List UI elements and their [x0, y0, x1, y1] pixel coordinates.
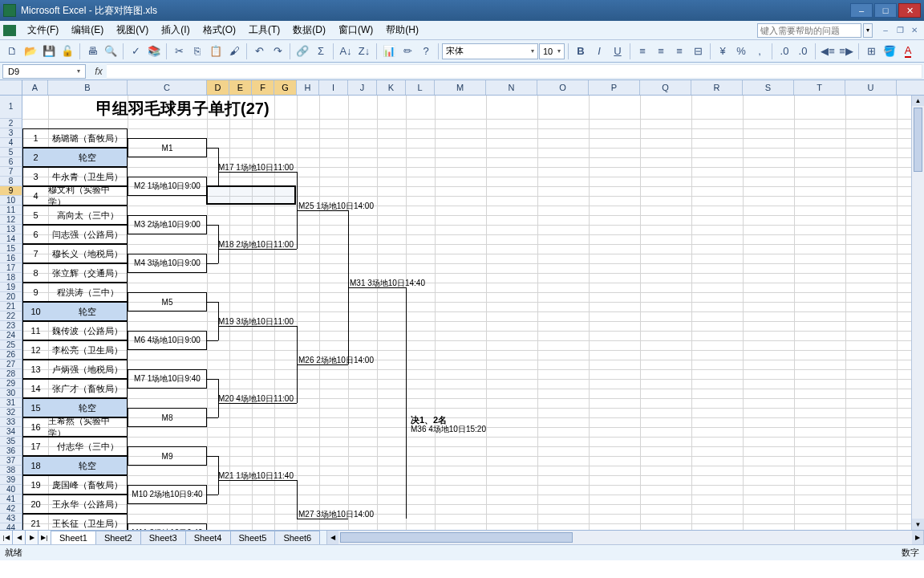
- match-r1[interactable]: M7 1场地10日9:40: [128, 369, 207, 389]
- bold-button[interactable]: B: [572, 43, 590, 60]
- player-cell[interactable]: 轮空: [48, 302, 128, 321]
- row-header-17[interactable]: 17: [0, 263, 22, 273]
- col-header-C[interactable]: C: [128, 80, 207, 95]
- player-cell[interactable]: 穆长义（地税局）: [48, 244, 128, 263]
- seed-cell[interactable]: 16: [22, 417, 48, 437]
- print-preview-button[interactable]: 🔍: [102, 43, 120, 60]
- match-r1[interactable]: M3 2场地10日9:00: [128, 215, 207, 234]
- seed-cell[interactable]: 19: [22, 475, 48, 495]
- seed-cell[interactable]: 18: [22, 456, 48, 475]
- format-painter-button[interactable]: 🖌: [225, 43, 243, 60]
- col-header-E[interactable]: E: [229, 80, 252, 95]
- align-right-button[interactable]: ≡: [671, 43, 688, 60]
- seed-cell[interactable]: 14: [22, 379, 48, 398]
- row-header-9[interactable]: 9: [0, 186, 22, 196]
- row-header-4[interactable]: 4: [0, 138, 22, 148]
- hscroll-thumb[interactable]: [340, 532, 573, 543]
- cell-grid[interactable]: 甲组羽毛球男子单打(27)1杨璐璐（畜牧局）2轮空3牛永青（卫生局）4穆文利（实…: [22, 95, 924, 530]
- scroll-right-button[interactable]: ▶: [912, 531, 923, 544]
- seed-cell[interactable]: 10: [22, 302, 48, 321]
- font-name-select[interactable]: 宋体▾: [442, 43, 538, 59]
- seed-cell[interactable]: 8: [22, 263, 48, 283]
- row-header-2[interactable]: 2: [0, 119, 22, 128]
- help-search-dropdown[interactable]: ▾: [863, 23, 873, 38]
- row-header-11[interactable]: 11: [0, 206, 22, 215]
- increase-decimal-button[interactable]: .0: [776, 43, 793, 60]
- row-header-28[interactable]: 28: [0, 369, 22, 379]
- row-header-39[interactable]: 39: [0, 475, 22, 485]
- tab-last-button[interactable]: ▶|: [38, 531, 51, 544]
- sheet-tab[interactable]: Sheet5: [230, 531, 276, 544]
- col-header-T[interactable]: T: [794, 80, 845, 95]
- col-header-B[interactable]: B: [48, 80, 128, 95]
- borders-button[interactable]: ⊞: [862, 43, 880, 60]
- player-cell[interactable]: 高向太（三中）: [48, 206, 128, 225]
- scroll-up-button[interactable]: ▲: [912, 95, 924, 106]
- player-cell[interactable]: 轮空: [48, 456, 128, 475]
- match-r1[interactable]: M2 1场地10日9:00: [128, 177, 207, 196]
- row-header-23[interactable]: 23: [0, 321, 22, 331]
- seed-cell[interactable]: 13: [22, 360, 48, 379]
- match-r1[interactable]: M4 3场地10日9:00: [128, 254, 207, 273]
- row-header-42[interactable]: 42: [0, 504, 22, 514]
- menu-window[interactable]: 窗口(W): [332, 22, 379, 39]
- sheet-tab[interactable]: Sheet1: [51, 531, 96, 544]
- match-r1[interactable]: M10 2场地10日9:40: [128, 485, 207, 504]
- seed-cell[interactable]: 17: [22, 437, 48, 456]
- help-button[interactable]: ?: [417, 43, 435, 60]
- col-header-G[interactable]: G: [274, 80, 297, 95]
- autosum-button[interactable]: Σ: [312, 43, 330, 60]
- player-cell[interactable]: 程洪涛（三中）: [48, 283, 128, 302]
- decrease-indent-button[interactable]: ◀≡: [819, 43, 837, 60]
- player-cell[interactable]: 卢炳强（地税局）: [48, 360, 128, 379]
- row-header-37[interactable]: 37: [0, 456, 22, 466]
- fill-color-button[interactable]: 🪣: [881, 43, 898, 60]
- maximize-button[interactable]: □: [874, 3, 897, 18]
- player-cell[interactable]: 付志华（三中）: [48, 437, 128, 456]
- row-header-16[interactable]: 16: [0, 254, 22, 263]
- horizontal-scrollbar[interactable]: ◀ ▶: [326, 531, 924, 544]
- row-header-40[interactable]: 40: [0, 485, 22, 495]
- row-header-20[interactable]: 20: [0, 292, 22, 302]
- italic-button[interactable]: I: [590, 43, 608, 60]
- row-header-38[interactable]: 38: [0, 466, 22, 475]
- menu-format[interactable]: 格式(O): [197, 22, 242, 39]
- player-cell[interactable]: 王长征（卫生局）: [48, 514, 128, 530]
- seed-cell[interactable]: 15: [22, 398, 48, 417]
- match-r1[interactable]: M11 3场地10日9:40: [128, 523, 207, 530]
- formula-input[interactable]: [107, 64, 922, 79]
- tab-prev-button[interactable]: ◀: [13, 531, 26, 544]
- col-header-J[interactable]: J: [348, 80, 377, 95]
- seed-cell[interactable]: 21: [22, 514, 48, 530]
- cut-button[interactable]: ✂: [170, 43, 188, 60]
- menu-help[interactable]: 帮助(H): [379, 22, 425, 39]
- row-header-41[interactable]: 41: [0, 495, 22, 504]
- player-cell[interactable]: 闫志强（公路局）: [48, 225, 128, 244]
- menu-tools[interactable]: 工具(T): [242, 22, 286, 39]
- research-button[interactable]: 📚: [145, 43, 163, 60]
- comma-button[interactable]: ,: [751, 43, 768, 60]
- worksheet[interactable]: ABCDEFGHIJKLMNOPQRSTU 123456789101112131…: [0, 80, 924, 530]
- col-header-N[interactable]: N: [486, 80, 537, 95]
- row-header-24[interactable]: 24: [0, 331, 22, 340]
- player-cell[interactable]: 杨璐璐（畜牧局）: [48, 128, 128, 148]
- row-header-26[interactable]: 26: [0, 350, 22, 360]
- row-header-30[interactable]: 30: [0, 389, 22, 398]
- seed-cell[interactable]: 6: [22, 225, 48, 244]
- seed-cell[interactable]: 12: [22, 340, 48, 360]
- fx-icon[interactable]: fx: [91, 66, 107, 77]
- row-header-8[interactable]: 8: [0, 177, 22, 186]
- tab-next-button[interactable]: ▶: [26, 531, 38, 544]
- row-header-36[interactable]: 36: [0, 446, 22, 456]
- seed-cell[interactable]: 9: [22, 283, 48, 302]
- row-header-43[interactable]: 43: [0, 514, 22, 523]
- col-header-H[interactable]: H: [297, 80, 319, 95]
- player-cell[interactable]: 王希然（实验中学）: [48, 417, 128, 437]
- seed-cell[interactable]: 5: [22, 206, 48, 225]
- scroll-thumb[interactable]: [914, 108, 922, 172]
- player-cell[interactable]: 张广才（畜牧局）: [48, 379, 128, 398]
- row-header-1[interactable]: 1: [0, 95, 22, 119]
- match-r1[interactable]: M8: [128, 408, 207, 427]
- doc-close-button[interactable]: ✕: [908, 25, 921, 36]
- row-headers[interactable]: 1234567891011121314151617181920212223242…: [0, 95, 22, 530]
